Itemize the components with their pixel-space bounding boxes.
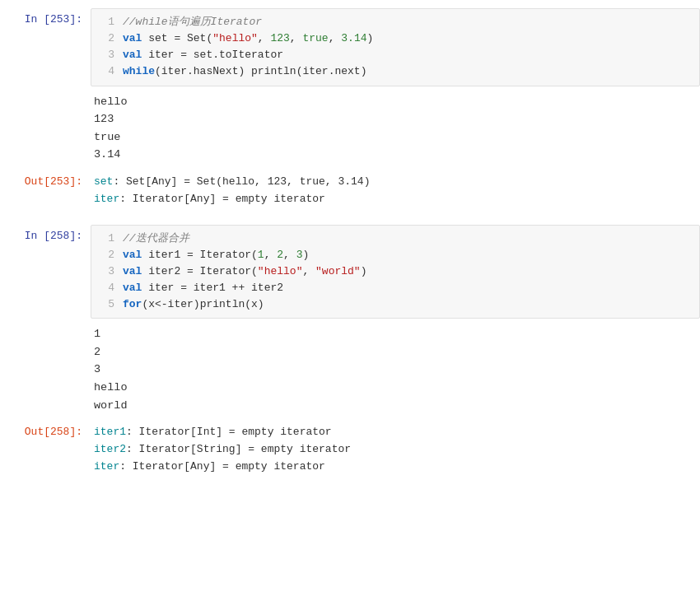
output-token: set [94, 175, 113, 188]
code-token: "hello" [258, 265, 303, 277]
code-token: //while语句遍历Iterator [123, 16, 262, 28]
cell-content-out258: iter1: Iterator[Int] = empty iteratorite… [91, 421, 700, 482]
code-token: "world" [315, 265, 361, 277]
output-line: set: Set[Any] = Set(hello, 123, true, 3.… [94, 174, 700, 191]
code-token: println [251, 65, 296, 77]
code-token: ) [361, 265, 367, 277]
cell-in253: In [253]:1//while语句遍历Iterator2val set = … [0, 8, 700, 86]
code-line: 3val iter2 = Iterator("hello", "world") [98, 263, 693, 280]
code-token: , [258, 32, 271, 44]
line-code: val iter = set.toIterator [123, 47, 283, 63]
code-block-in258: 1//迭代器合并2val iter1 = Iterator(1, 2, 3)3v… [91, 225, 700, 319]
output-token: : Iterator[String] = empty iterator [126, 443, 351, 455]
code-token: 1 [258, 249, 264, 261]
code-token: val [123, 282, 142, 294]
output-line: iter1: Iterator[Int] = empty iterator [94, 424, 700, 441]
code-line: 4val iter = iter1 ++ iter2 [98, 280, 693, 296]
output-line: iter: Iterator[Any] = empty iterator [94, 459, 700, 476]
cell-label-out258: Out[258]: [0, 421, 91, 482]
code-token: for [123, 298, 142, 310]
line-number: 3 [98, 47, 114, 63]
code-token: 123 [270, 32, 289, 44]
output-token: : Iterator[Any] = empty iterator [119, 460, 325, 473]
cell-label-in258: In [258]: [0, 225, 91, 319]
code-token: iter = iter1 ++ iter2 [142, 282, 283, 294]
line-number: 2 [98, 30, 114, 47]
cell-content-in258: 1//迭代器合并2val iter1 = Iterator(1, 2, 3)3v… [91, 225, 700, 319]
code-token: println [200, 298, 245, 310]
line-code: val iter2 = Iterator("hello", "world") [123, 263, 366, 280]
line-number: 1 [98, 14, 114, 30]
line-number: 4 [98, 63, 114, 80]
code-token: val [123, 32, 142, 44]
code-token: //迭代器合并 [123, 232, 189, 245]
stdout-out253-stdout: hello 123 true 3.14 [91, 86, 700, 170]
output-line: iter: Iterator[Any] = empty iterator [94, 191, 700, 208]
line-number: 1 [98, 231, 114, 247]
cell-out258: Out[258]:iter1: Iterator[Int] = empty it… [0, 421, 700, 482]
line-number: 4 [98, 280, 114, 296]
code-token: , [302, 265, 315, 277]
line-number: 3 [98, 263, 114, 280]
code-token: 3 [296, 249, 303, 261]
cell-label-out253-stdout [0, 86, 91, 170]
output-result-out253: set: Set[Any] = Set(hello, 123, true, 3.… [91, 170, 700, 215]
code-token: 2 [277, 249, 283, 261]
code-line: 1//while语句遍历Iterator [98, 14, 693, 30]
cell-content-out253-stdout: hello 123 true 3.14 [91, 86, 700, 170]
output-result-out258: iter1: Iterator[Int] = empty iteratorite… [91, 421, 700, 482]
output-line: iter2: Iterator[String] = empty iterator [94, 441, 700, 459]
code-line: 4while(iter.hasNext) println(iter.next) [98, 63, 693, 80]
code-token: , [283, 249, 296, 261]
code-token: (x) [245, 298, 264, 310]
code-token: 3.14 [341, 32, 366, 44]
code-token: while [123, 65, 155, 77]
line-number: 5 [98, 296, 114, 313]
code-line: 2val set = Set("hello", 123, true, 3.14) [98, 30, 693, 47]
cell-spacer [0, 215, 700, 225]
line-code: val iter1 = Iterator(1, 2, 3) [123, 247, 309, 263]
code-token: ) [303, 249, 310, 261]
cell-out253-stdout: hello 123 true 3.14 [0, 86, 700, 170]
code-token: , [264, 249, 278, 261]
cell-content-out258-stdout: 1 2 3 hello world [91, 319, 700, 421]
line-code: //while语句遍历Iterator [123, 14, 262, 30]
line-code: while(iter.hasNext) println(iter.next) [123, 63, 366, 80]
cell-content-out253: set: Set[Any] = Set(hello, 123, true, 3.… [91, 170, 700, 215]
code-token: (iter.next) [296, 65, 367, 77]
cell-label-in253: In [253]: [0, 8, 91, 86]
cell-label-out253: Out[253]: [0, 170, 91, 215]
code-line: 3val iter = set.toIterator [98, 47, 693, 63]
cell-label-out258-stdout [0, 319, 91, 421]
output-token: iter [94, 460, 119, 473]
code-token: val [123, 249, 142, 261]
output-token: iter2 [94, 443, 126, 455]
code-token: val [123, 49, 142, 61]
code-token: ) [367, 32, 374, 44]
cell-content-in253: 1//while语句遍历Iterator2val set = Set("hell… [91, 8, 700, 86]
cell-out258-stdout: 1 2 3 hello world [0, 319, 700, 421]
code-token: "hello" [212, 32, 258, 44]
line-code: for(x<-iter)println(x) [123, 296, 264, 313]
output-token: : Iterator[Any] = empty iterator [119, 193, 325, 205]
notebook: In [253]:1//while语句遍历Iterator2val set = … [0, 0, 700, 491]
output-token: iter1 [94, 426, 126, 438]
code-token: val [123, 265, 142, 277]
line-code: val iter = iter1 ++ iter2 [123, 280, 283, 296]
code-block-in253: 1//while语句遍历Iterator2val set = Set("hell… [91, 8, 700, 86]
code-token: (x<-iter) [142, 298, 199, 310]
line-code: //迭代器合并 [123, 231, 189, 247]
stdout-out258-stdout: 1 2 3 hello world [91, 319, 700, 421]
output-token: : Iterator[Int] = empty iterator [126, 426, 332, 438]
code-line: 2val iter1 = Iterator(1, 2, 3) [98, 247, 693, 263]
code-token: (iter.hasNext) [155, 65, 251, 77]
cell-out253: Out[253]:set: Set[Any] = Set(hello, 123,… [0, 170, 700, 215]
code-token: iter2 = Iterator( [142, 265, 257, 277]
line-code: val set = Set("hello", 123, true, 3.14) [123, 30, 373, 47]
code-token: set = Set( [142, 32, 212, 44]
output-token: : Set[Any] = Set(hello, 123, true, 3.14) [113, 175, 370, 188]
cell-in258: In [258]:1//迭代器合并2val iter1 = Iterator(1… [0, 225, 700, 319]
code-line: 1//迭代器合并 [98, 231, 693, 247]
code-token: iter1 = Iterator( [142, 249, 257, 261]
code-token: true [302, 32, 328, 44]
